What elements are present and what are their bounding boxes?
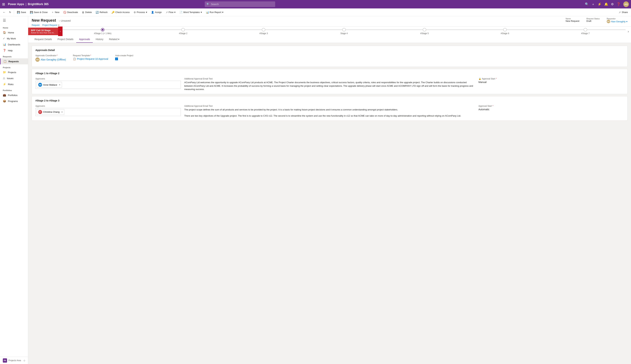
tab-request-details[interactable]: Request Details [32,36,55,43]
run-report-button[interactable]: 📊 Run Report ▾ [204,10,225,14]
lock-icon: 🔒 [479,78,481,80]
tab-history[interactable]: History [93,36,106,43]
share-button[interactable]: ↗ Share [617,10,629,14]
bpf-stage-2[interactable]: #Stage 2 [143,28,224,35]
stage1-approver-remove-1[interactable]: × [59,83,60,86]
bpf-stage-circle-7 [584,28,587,32]
command-bar: ← ↻ 💾 Save 💾 Save & Close ＋ New 🚫 Deacti… [0,8,631,16]
portfolios-icon: 💼 [3,94,6,97]
sidebar-footer-chevron[interactable]: ◇ [24,359,25,362]
stage2-approvers-box[interactable]: CC Christina Chang × [35,108,181,116]
sidebar-footer: PA Projects Area ◇ [0,357,28,364]
tab-project-details[interactable]: Project Details [55,36,76,43]
add-icon[interactable]: ＋ [591,2,595,6]
bpf-stage-label-1: #Stage 1 (< 1 Min) [94,32,111,35]
bpf-stage-6[interactable]: #Stage 6 [465,28,545,35]
new-button[interactable]: ＋ New [50,10,61,14]
record-info-requestor: Requestor AG Alan Geraghty ▾ [607,18,627,23]
save-close-icon: 💾 [30,11,33,14]
sidebar-item-programs[interactable]: 📦 Programs [0,98,28,104]
tab-approvals[interactable]: Approvals [76,36,93,43]
requestor-chevron[interactable]: ▾ [626,20,627,23]
back-button[interactable]: ← [2,10,7,14]
bell-icon[interactable]: 🔔 [604,2,608,6]
sidebar-item-mywork[interactable]: ✓ My Work [0,36,28,42]
stage2-approver-remove-1[interactable]: × [61,110,63,114]
breadcrumb-project-request[interactable]: Project Request [42,24,57,26]
search-input[interactable] [211,3,273,6]
approvals-detail-section: Approvals Detail Approvals Coordinator A… [32,46,627,67]
bpf-stage-badge[interactable]: BPF Cait 10 Stage Active for less than o… [28,28,58,35]
user-avatar[interactable]: AG [623,2,629,7]
nav-divider: | [26,2,27,6]
search-icon-2[interactable]: 🔍 [585,2,589,6]
refresh-circle-button[interactable]: ↻ [8,10,13,14]
stage2-email-label: Additional Approval Email Text [184,105,475,107]
bpf-stage-3[interactable]: #Stage 3 [224,28,304,35]
filter-icon[interactable]: ⚡ [597,2,601,6]
save-button[interactable]: 💾 Save [15,10,28,14]
stage2-email-field: Additional Approval Email Text The proje… [184,105,475,118]
tab-related[interactable]: Related ▾ [106,36,122,43]
bpf-stage-1[interactable]: #Stage 1 (< 1 Min) [63,28,143,35]
breadcrumb-chevron[interactable]: ▾ [58,24,59,26]
home-icon: 🏠 [3,31,6,34]
sidebar-section-requests: Requests [0,54,28,58]
stage2-approvers-label: Approvers [35,105,181,107]
help-icon[interactable]: ❓ [616,2,620,6]
stage2-email-text-2: There are two key objectives of the Upgr… [184,114,475,118]
refresh-button[interactable]: 🔄 Refresh [94,10,109,14]
assign-button[interactable]: 👤 Assign [149,10,163,14]
request-template-value[interactable]: 📋 Project Request 10 Approval [73,58,108,60]
stage1-approvers-box[interactable]: AW Anne Wallace × [35,81,181,89]
share-icon: ↗ [619,11,621,14]
sidebar-item-issues[interactable]: ⚠ Issues [0,75,28,81]
bpf-collapse-button[interactable]: ‹ [58,26,63,36]
sidebar-item-requests[interactable]: 📋 Requests [0,58,28,64]
process-button[interactable]: ⚙ Process ▾ [132,10,149,14]
bpf-stage-4[interactable]: Stage 4 [304,28,384,35]
sidebar-item-dashboards[interactable]: 📊 Dashboards [0,42,28,48]
auto-create-checkbox[interactable]: ✓ [115,58,118,60]
stage2-approval-start-label: Approval Start [479,105,624,107]
stage2-approver-tag-1: CC Christina Chang × [37,109,64,115]
word-templates-button[interactable]: 📄 Word Templates ▾ [178,10,203,14]
bpf-stage-circle-3 [262,28,265,32]
flow-button[interactable]: ↗ Flow ▾ [164,10,177,14]
sidebar-item-risks[interactable]: ⚡ Risks [0,81,28,87]
nav-icons: 🔍 ＋ ⚡ 🔔 ⚙ ❓ AG [585,2,629,7]
sidebar-item-portfolios[interactable]: 💼 Portfolios [0,92,28,98]
delete-button[interactable]: 🗑 Delete [80,10,94,14]
sidebar-item-help[interactable]: ❓ Help [0,48,28,54]
approvals-coordinator-label: Approvals Coordinator [35,54,66,57]
mywork-icon: ✓ [3,37,5,40]
record-info-name: Name New Request [566,18,579,22]
stage1-section: #Stage 1 to #Stage 2 Approvers AW Anne W… [32,69,627,94]
stage1-approval-start-value: Manual [479,81,624,84]
sidebar-item-home[interactable]: 🏠 Home [0,30,28,36]
stage2-approver-avatar-1: CC [38,110,42,114]
bpf-next-button[interactable]: › [625,26,631,36]
run-report-icon: 📊 [206,11,209,14]
breadcrumb-request[interactable]: Request [32,24,40,26]
deactivate-button[interactable]: 🚫 Deactivate [61,10,80,14]
stage1-approver-tag-1: AW Anne Wallace × [37,82,62,88]
projects-icon: 📁 [3,71,6,74]
stage1-approval-start-label: 🔒 Approval Start [479,78,624,80]
approvals-coordinator-value[interactable]: AG Alan Geraghty (Offline) [35,58,66,62]
record-unsaved: – Unsaved [59,19,71,22]
settings-icon[interactable]: ⚙ [611,2,614,6]
search-bar[interactable]: 🔍 [205,2,275,7]
bpf-stage-5[interactable]: #Stage 5 [384,28,465,35]
check-access-button[interactable]: 🔑 Check Access [110,10,131,14]
record-meta: Request · Project Request ▾ [32,24,627,26]
product-name: BrightWork 365 [28,3,49,6]
request-template-label: Request Template [73,54,108,57]
grid-icon[interactable]: ⊞ [2,2,5,6]
bpf-stage-circle-2 [181,28,185,32]
auto-create-field: Auto-create Project ✓ [115,54,133,62]
bpf-stage-7[interactable]: #Stage 7 [545,28,625,35]
sidebar-item-projects[interactable]: 📁 Projects [0,69,28,75]
save-close-button[interactable]: 💾 Save & Close [28,10,50,14]
sidebar-menu-button[interactable]: ☰ [0,16,28,24]
